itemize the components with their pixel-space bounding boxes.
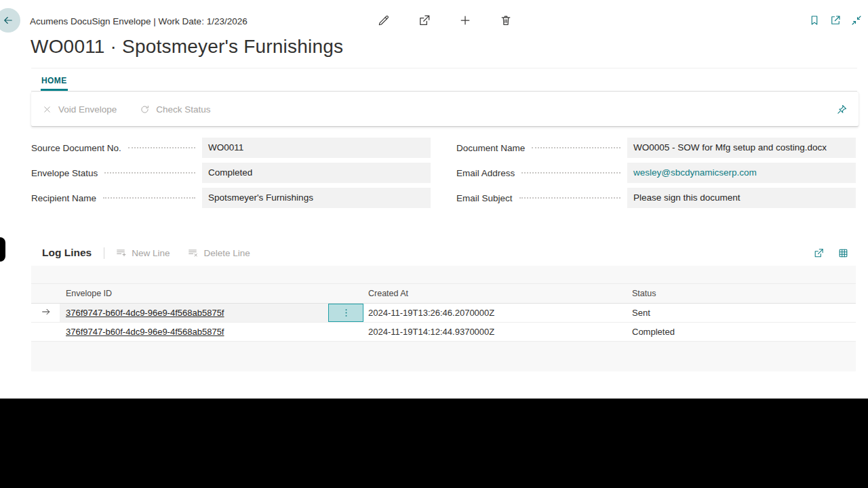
log-lines-title[interactable]: Log Lines xyxy=(42,247,92,259)
table-header-row: Envelope ID Created At Status xyxy=(31,283,856,304)
created-at-cell[interactable]: 2024-11-19T13:26:46.2070000Z xyxy=(363,308,627,318)
log-lines-grid: Envelope ID Created At Status 376f9747-b… xyxy=(31,266,856,371)
envelope-status-value[interactable]: Completed xyxy=(202,163,431,183)
open-in-new-window-icon[interactable] xyxy=(829,14,842,26)
table-row[interactable]: 376f9747-b60f-4dc9-96e9-4f568ab5875f 202… xyxy=(31,323,856,342)
dotted-leader xyxy=(532,147,620,148)
tab-strip: HOME xyxy=(31,68,857,92)
row-options-cell xyxy=(328,323,363,341)
field-document-name: Document Name WO0005 - SOW for Mfg setup… xyxy=(456,138,856,158)
check-status-button[interactable]: Check Status xyxy=(140,104,210,115)
window-controls xyxy=(808,14,863,26)
new-line-label: New Line xyxy=(132,248,170,258)
new-line-button[interactable]: New Line xyxy=(115,247,170,258)
void-envelope-label: Void Envelope xyxy=(58,104,117,115)
field-label: Source Document No. xyxy=(31,143,121,153)
field-source-document-no: Source Document No. WO0011 xyxy=(31,138,431,158)
header-toolbar xyxy=(377,14,513,27)
overlay-notch xyxy=(0,237,5,262)
dotted-leader xyxy=(104,172,195,174)
bookmark-icon[interactable] xyxy=(808,14,821,26)
column-created-at[interactable]: Created At xyxy=(363,289,627,298)
check-status-label: Check Status xyxy=(156,104,210,115)
fields-left-column: Source Document No. WO0011 Envelope Stat… xyxy=(31,138,431,213)
command-bar: Void Envelope Check Status xyxy=(31,92,859,126)
pin-icon[interactable] xyxy=(836,104,848,115)
active-row-indicator xyxy=(31,306,60,319)
field-label: Email Subject xyxy=(456,193,513,203)
recipient-name-value[interactable]: Spotsmeyer's Furnishings xyxy=(202,188,431,208)
created-at-cell[interactable]: 2024-11-19T14:12:44.9370000Z xyxy=(363,327,627,337)
log-lines-part: Log Lines New Line Delete Line xyxy=(31,240,856,371)
envelope-id-link[interactable]: 376f9747-b60f-4dc9-96e9-4f568ab5875f xyxy=(66,308,224,318)
field-recipient-name: Recipient Name Spotsmeyer's Furnishings xyxy=(31,188,431,208)
delete-line-button[interactable]: Delete Line xyxy=(187,247,250,258)
page-title: WO0011 · Spotsmeyer's Furnishings xyxy=(31,36,343,58)
arrow-right-icon xyxy=(41,306,52,317)
row-options-cell xyxy=(328,304,363,322)
void-envelope-button[interactable]: Void Envelope xyxy=(42,104,117,115)
dotted-leader xyxy=(519,197,620,199)
row-options-button[interactable] xyxy=(328,304,363,322)
field-email-address: Email Address wesley@sbcdynamicserp.com xyxy=(456,163,856,183)
table-row[interactable]: 376f9747-b60f-4dc9-96e9-4f568ab5875f 202… xyxy=(31,304,856,323)
status-cell[interactable]: Completed xyxy=(627,327,856,337)
collapse-icon[interactable] xyxy=(850,14,863,26)
email-subject-value[interactable]: Please sign this document xyxy=(627,188,856,208)
field-envelope-status: Envelope Status Completed xyxy=(31,163,431,183)
dotted-leader xyxy=(521,172,620,174)
field-label: Email Address xyxy=(456,168,515,178)
back-button[interactable] xyxy=(0,8,20,33)
fields-right-column: Document Name WO0005 - SOW for Mfg setup… xyxy=(456,138,856,213)
envelope-id-link[interactable]: 376f9747-b60f-4dc9-96e9-4f568ab5875f xyxy=(66,327,224,337)
dotted-leader xyxy=(103,197,195,199)
app-window: Acumens DocuSign Envelope | Work Date: 1… xyxy=(0,0,868,488)
log-lines-toolbar: Log Lines New Line Delete Line xyxy=(31,240,856,266)
open-in-excel-icon[interactable] xyxy=(837,247,849,259)
envelope-id-cell[interactable]: 376f9747-b60f-4dc9-96e9-4f568ab5875f xyxy=(60,323,328,341)
log-lines-right-icons xyxy=(813,247,849,259)
general-fields: Source Document No. WO0011 Envelope Stat… xyxy=(31,138,856,213)
envelope-id-cell[interactable]: 376f9747-b60f-4dc9-96e9-4f568ab5875f xyxy=(60,304,328,322)
delete-line-label: Delete Line xyxy=(203,248,250,258)
arrow-left-icon xyxy=(2,14,14,26)
share-icon[interactable] xyxy=(813,247,825,259)
field-label: Envelope Status xyxy=(31,168,98,178)
source-document-no-value[interactable]: WO0011 xyxy=(202,138,431,158)
rows-plus-icon xyxy=(115,247,126,258)
refresh-icon xyxy=(140,104,150,115)
field-label: Document Name xyxy=(456,143,525,153)
field-email-subject: Email Subject Please sign this document xyxy=(456,188,856,208)
field-label: Recipient Name xyxy=(31,193,96,203)
ellipsis-vertical-icon xyxy=(341,308,351,318)
document-name-value[interactable]: WO0005 - SOW for Mfg setup and costing.d… xyxy=(627,138,856,158)
email-address-value[interactable]: wesley@sbcdynamicserp.com xyxy=(627,163,856,183)
delete-icon[interactable] xyxy=(499,14,513,27)
rows-x-icon xyxy=(187,247,198,258)
tab-home[interactable]: HOME xyxy=(41,70,68,91)
x-icon xyxy=(42,104,52,115)
column-status[interactable]: Status xyxy=(627,289,856,298)
share-icon[interactable] xyxy=(418,14,431,27)
edit-icon[interactable] xyxy=(377,14,391,27)
toolbar-divider xyxy=(104,247,104,259)
status-cell[interactable]: Sent xyxy=(627,308,856,318)
dotted-leader xyxy=(128,147,195,148)
breadcrumb[interactable]: Acumens DocuSign Envelope | Work Date: 1… xyxy=(30,16,248,26)
column-envelope-id[interactable]: Envelope ID xyxy=(60,289,363,298)
letterbox-bottom xyxy=(0,399,868,488)
new-icon[interactable] xyxy=(458,14,472,27)
